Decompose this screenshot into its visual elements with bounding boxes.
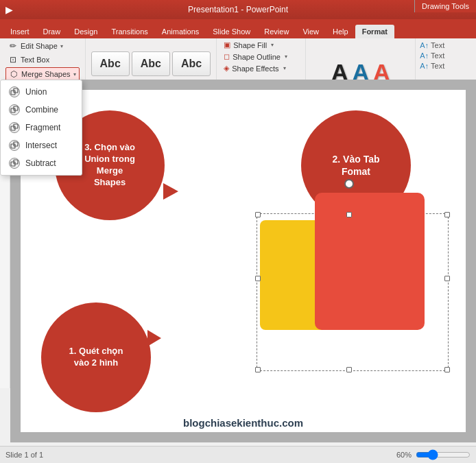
shape-fill-arrow: ▾ [271, 42, 274, 48]
title-bar: ▶ Presentation1 - PowerPoint Drawing Too… [0, 0, 476, 19]
insert-shapes-items: ✏ Edit Shape ▾ ⊡ Text Box ⬡ Merge Shapes… [5, 40, 80, 81]
handle-br[interactable] [444, 367, 450, 372]
watermark-text: blogchiasekienthuc.com [183, 417, 303, 429]
shape-outline-button[interactable]: ◻ Shape Outline ▾ [222, 51, 300, 62]
tab-review[interactable]: Review [257, 25, 296, 38]
handle-tc[interactable] [346, 212, 352, 217]
abc-buttons: Abc Abc Abc [91, 51, 211, 76]
tab-design[interactable]: Design [67, 25, 104, 38]
dropdown-subtract[interactable]: Subtract [1, 154, 82, 172]
zoom-level: 60% [396, 451, 412, 459]
text-item-1[interactable]: A↑ Text [420, 41, 453, 49]
merge-shapes-dropdown: Union Combine Fragment [0, 80, 82, 176]
text-icon-2: A↑ [420, 51, 429, 60]
shape-outline-icon: ◻ [224, 52, 230, 61]
tab-transitions[interactable]: Transitions [104, 25, 154, 38]
text-icon-1: A↑ [420, 41, 429, 49]
tab-slideshow[interactable]: Slide Show [206, 25, 257, 38]
merge-shapes-button[interactable]: ⬡ Merge Shapes ▾ [5, 67, 80, 81]
fragment-icon [9, 122, 20, 133]
shape-red[interactable] [315, 193, 425, 330]
shapes-container [260, 193, 438, 364]
shape-effects-arrow: ▾ [283, 65, 286, 71]
combine-icon [9, 104, 20, 115]
zoom-slider[interactable] [416, 449, 471, 460]
status-bar: Slide 1 of 1 60% [0, 446, 476, 463]
text-box-button[interactable]: ⊡ Text Box [5, 54, 80, 66]
ribbon-tabs: Insert Draw Design Transitions Animation… [0, 19, 476, 38]
shape-effects-icon: ◈ [224, 64, 229, 73]
intersect-icon [9, 140, 20, 151]
union-icon [9, 86, 20, 97]
subtract-icon [9, 158, 20, 169]
shape-outline-arrow: ▾ [285, 54, 287, 60]
slide-indicator: Slide 1 of 1 [5, 451, 43, 459]
tab-insert[interactable]: Insert [3, 25, 36, 38]
text-item-3[interactable]: A↑ Text [420, 62, 453, 70]
drawing-tools-label: Drawing Tools [414, 0, 476, 12]
dropdown-combine[interactable]: Combine [1, 101, 82, 119]
textbox-icon: ⊡ [8, 55, 18, 64]
dropdown-intersect[interactable]: Intersect [1, 136, 82, 154]
tab-help[interactable]: Help [326, 25, 355, 38]
text-icon-3: A↑ [420, 62, 429, 70]
bubble-select-shapes: 1. Quét chọn vào 2 hình [41, 302, 151, 412]
shape-effects-button[interactable]: ◈ Shape Effects ▾ [222, 63, 300, 73]
handle-mr[interactable] [444, 276, 450, 281]
dropdown-union[interactable]: Union [1, 83, 82, 101]
tab-animations[interactable]: Animations [155, 25, 206, 38]
shape-fill-button[interactable]: ▣ Shape Fill ▾ [222, 40, 300, 50]
shape-fill-icon: ▣ [224, 40, 230, 49]
edit-shape-button[interactable]: ✏ Edit Shape ▾ [5, 40, 80, 52]
abc-button-1[interactable]: Abc [91, 51, 130, 76]
app-icon: ▶ [5, 4, 13, 15]
dropdown-menu: Union Combine Fragment [0, 80, 82, 176]
merge-shapes-arrow: ▾ [73, 71, 76, 78]
edit-shape-icon: ✏ [8, 41, 18, 51]
merge-shapes-icon: ⬡ [9, 69, 19, 79]
handle-ml[interactable] [255, 276, 261, 281]
rotate-handle[interactable] [344, 179, 354, 189]
shape-options-items: ▣ Shape Fill ▾ ◻ Shape Outline ▾ ◈ Shape… [222, 40, 300, 73]
slide-canvas: 3. Chọn vào Union trong Merge Shapes 2. … [21, 90, 466, 432]
tab-format[interactable]: Format [355, 25, 394, 38]
tab-draw[interactable]: Draw [36, 25, 68, 38]
tab-view[interactable]: View [296, 25, 326, 38]
handle-tr[interactable] [444, 212, 450, 217]
edit-shape-arrow: ▾ [60, 43, 63, 49]
dropdown-fragment[interactable]: Fragment [1, 119, 82, 136]
handle-tl[interactable] [255, 212, 261, 217]
text-item-2[interactable]: A↑ Text [420, 51, 453, 60]
abc-button-3[interactable]: Abc [172, 51, 211, 76]
abc-button-2[interactable]: Abc [132, 51, 170, 76]
handle-bc[interactable] [346, 367, 352, 372]
title-bar-left: ▶ [5, 4, 13, 15]
title-bar-text: Presentation1 - PowerPoint [188, 5, 288, 14]
handle-bl[interactable] [255, 367, 261, 372]
